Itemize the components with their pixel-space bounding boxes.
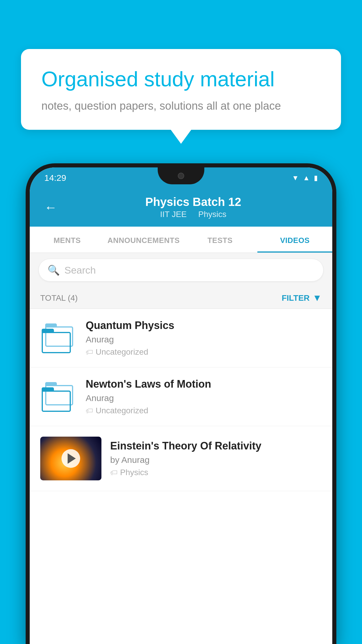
search-placeholder: Search [64, 265, 96, 276]
tag-label-1: Uncategorized [96, 347, 148, 357]
physics-label: Physics [198, 210, 226, 219]
folder-icon-2 [42, 382, 74, 411]
video-title-1: Quantum Physics [86, 319, 322, 332]
notch [158, 167, 204, 184]
iit-jee-label: IIT JEE [160, 210, 187, 219]
video-author-2: Anurag [86, 393, 322, 403]
tab-tests[interactable]: TESTS [182, 227, 257, 253]
video-title-2: Newton's Laws of Motion [86, 378, 322, 390]
video-title-3: Einstein's Theory Of Relativity [110, 440, 322, 452]
search-container: 🔍 Search [30, 253, 332, 287]
search-icon: 🔍 [48, 264, 60, 276]
bubble-title: Organised study material [41, 66, 321, 92]
bubble-subtitle: notes, question papers, solutions all at… [41, 100, 321, 112]
app-header: ← Physics Batch 12 IIT JEE Physics [30, 187, 332, 227]
phone-screen: 14:29 ▼ ▲ ▮ ← Physics Batch 12 IIT JEE P… [30, 167, 332, 644]
tab-ments[interactable]: MENTS [30, 227, 105, 253]
wifi-icon: ▼ [292, 174, 299, 182]
tag-label-2: Uncategorized [96, 406, 148, 415]
video-list: Quantum Physics Anurag 🏷 Uncategorized [30, 309, 332, 491]
video-info-1: Quantum Physics Anurag 🏷 Uncategorized [86, 319, 322, 357]
status-time: 14:29 [44, 173, 66, 183]
video-tag-1: 🏷 Uncategorized [86, 347, 322, 357]
header-subtitle: IIT JEE Physics [69, 210, 318, 219]
video-thumbnail-3 [40, 437, 101, 480]
status-bar: 14:29 ▼ ▲ ▮ [30, 167, 332, 187]
video-item-3[interactable]: Einstein's Theory Of Relativity by Anura… [30, 426, 332, 491]
batch-title: Physics Batch 12 [69, 195, 318, 209]
video-author-3: by Anurag [110, 455, 322, 465]
video-tag-3: 🏷 Physics [110, 468, 322, 477]
tag-icon-1: 🏷 [86, 348, 93, 357]
tab-announcements[interactable]: ANNOUNCEMENTS [105, 227, 183, 253]
filter-bar: TOTAL (4) FILTER ▼ [30, 287, 332, 309]
tag-icon-3: 🏷 [110, 468, 118, 477]
video-item-2[interactable]: Newton's Laws of Motion Anurag 🏷 Uncateg… [30, 368, 332, 426]
video-thumb-1 [40, 322, 75, 354]
filter-button[interactable]: FILTER ▼ [282, 293, 322, 303]
tab-bar: MENTS ANNOUNCEMENTS TESTS VIDEOS [30, 227, 332, 253]
total-count: TOTAL (4) [40, 293, 78, 303]
video-thumb-2 [40, 381, 75, 413]
video-tag-2: 🏷 Uncategorized [86, 406, 322, 415]
speech-bubble: Organised study material notes, question… [21, 49, 341, 130]
video-item-1[interactable]: Quantum Physics Anurag 🏷 Uncategorized [30, 309, 332, 368]
tab-videos[interactable]: VIDEOS [257, 227, 332, 253]
tag-icon-2: 🏷 [86, 406, 93, 415]
search-bar[interactable]: 🔍 Search [38, 259, 324, 281]
signal-icon: ▲ [303, 174, 310, 182]
folder-front [42, 329, 68, 351]
back-button[interactable]: ← [44, 200, 57, 215]
play-triangle-icon [68, 453, 76, 464]
video-info-3: Einstein's Theory Of Relativity by Anura… [110, 440, 322, 477]
folder-icon-1 [42, 323, 74, 353]
video-author-1: Anurag [86, 335, 322, 344]
header-title-area: Physics Batch 12 IIT JEE Physics [69, 195, 318, 219]
camera-dot [178, 173, 184, 179]
video-thumb-3 [40, 437, 101, 480]
filter-icon: ▼ [312, 293, 322, 303]
video-info-2: Newton's Laws of Motion Anurag 🏷 Uncateg… [86, 378, 322, 415]
folder-front-2 [42, 387, 68, 410]
status-icons: ▼ ▲ ▮ [292, 174, 318, 182]
phone-frame: 14:29 ▼ ▲ ▮ ← Physics Batch 12 IIT JEE P… [26, 163, 336, 644]
filter-label: FILTER [282, 293, 310, 303]
battery-icon: ▮ [314, 174, 318, 182]
play-button-3[interactable] [61, 449, 80, 468]
tag-label-3: Physics [120, 468, 148, 477]
